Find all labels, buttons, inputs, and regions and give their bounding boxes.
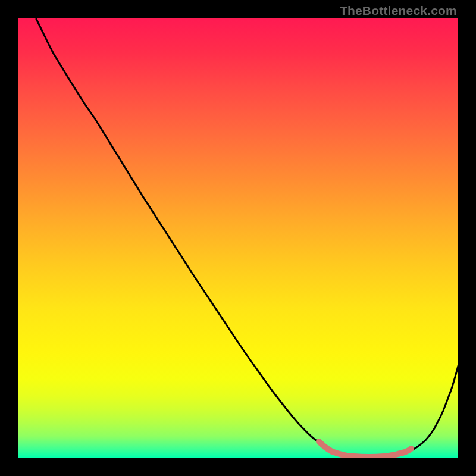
plot-area <box>18 18 458 458</box>
watermark-text: TheBottleneck.com <box>340 4 457 18</box>
chart-frame: TheBottleneck.com <box>0 0 476 476</box>
gradient-background <box>18 18 458 458</box>
